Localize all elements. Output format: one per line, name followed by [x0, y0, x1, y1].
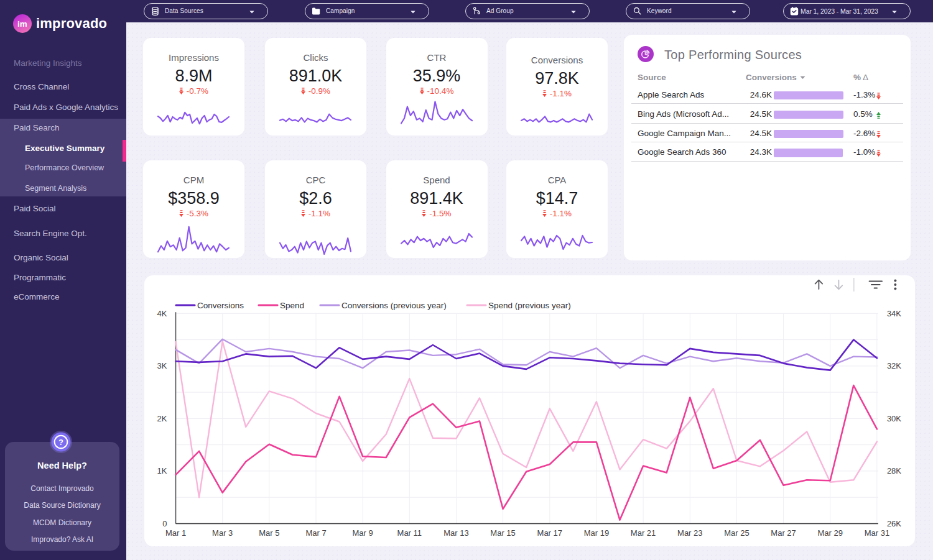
svg-text:Mar 29: Mar 29: [817, 528, 842, 538]
svg-text:28K: 28K: [887, 466, 901, 475]
svg-text:Mar 1: Mar 1: [165, 528, 186, 538]
svg-text:Mar 13: Mar 13: [443, 528, 468, 538]
svg-text:Mar 19: Mar 19: [584, 528, 609, 538]
svg-text:0: 0: [162, 519, 167, 528]
svg-text:2K: 2K: [157, 414, 167, 423]
svg-text:30K: 30K: [887, 414, 901, 423]
svg-text:1K: 1K: [157, 466, 167, 475]
svg-text:Spend: Spend: [280, 301, 304, 310]
svg-text:Mar 27: Mar 27: [771, 528, 796, 538]
svg-text:Mar 7: Mar 7: [305, 528, 326, 538]
svg-text:4K: 4K: [157, 309, 167, 318]
svg-text:Conversions: Conversions: [197, 301, 244, 310]
svg-text:3K: 3K: [157, 361, 167, 370]
svg-text:Mar 5: Mar 5: [259, 528, 279, 538]
svg-text:Mar 23: Mar 23: [677, 528, 702, 538]
svg-text:Mar 15: Mar 15: [490, 528, 515, 538]
svg-text:Mar 21: Mar 21: [631, 528, 656, 538]
svg-text:Mar 11: Mar 11: [397, 528, 422, 538]
svg-text:Mar 9: Mar 9: [352, 528, 373, 538]
svg-text:?: ?: [58, 438, 63, 447]
svg-text:Spend (previous year): Spend (previous year): [488, 301, 571, 310]
svg-text:32K: 32K: [887, 361, 901, 370]
svg-text:34K: 34K: [887, 309, 901, 318]
svg-text:Conversions (previous year): Conversions (previous year): [341, 301, 447, 310]
svg-text:Mar 17: Mar 17: [537, 528, 562, 538]
svg-text:im: im: [17, 19, 27, 29]
svg-text:Mar 31: Mar 31: [865, 528, 889, 538]
svg-text:Mar 25: Mar 25: [724, 528, 749, 538]
svg-text:Mar 3: Mar 3: [212, 528, 233, 538]
svg-text:26K: 26K: [887, 519, 901, 528]
